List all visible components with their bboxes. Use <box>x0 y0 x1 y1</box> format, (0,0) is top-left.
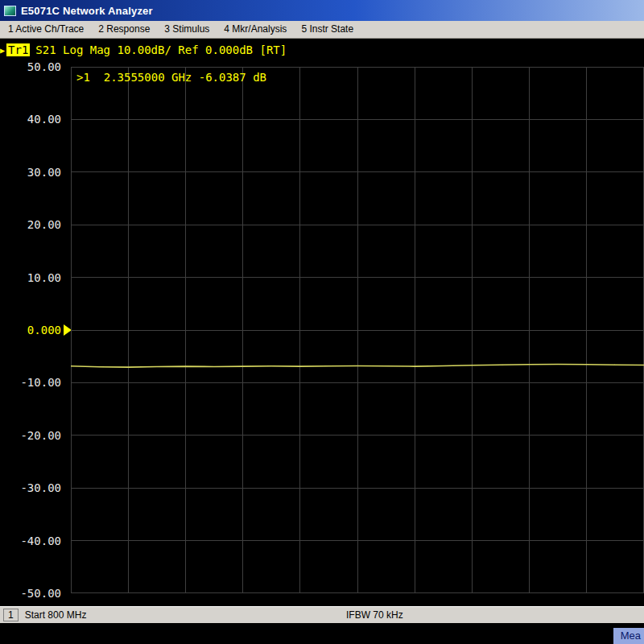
trace-layer <box>71 67 644 593</box>
title-bar[interactable]: E5071C Network Analyzer <box>0 0 644 21</box>
window-title: E5071C Network Analyzer <box>21 5 153 17</box>
trace1-badge[interactable]: Tr1 <box>6 43 30 56</box>
y-axis-label: -40.00 <box>20 535 61 547</box>
trace-status-line: ▶ Tr1 S21 Log Mag 10.00dB/ Ref 0.000dB [… <box>0 43 287 57</box>
softkey-menu-tab[interactable]: Mea <box>613 628 644 644</box>
y-axis-labels: 50.00 40.00 30.00 20.00 10.00 0.000 -10.… <box>0 67 66 593</box>
menu-item-instr-state[interactable]: 5 Instr State <box>295 21 361 38</box>
trace1-settings-text: S21 Log Mag 10.00dB/ Ref 0.000dB [RT] <box>35 43 287 56</box>
active-trace-arrow-icon: ▶ <box>0 46 5 55</box>
y-axis-label: -10.00 <box>20 376 61 389</box>
y-axis-label: 10.00 <box>27 271 61 284</box>
y-axis-label: -50.00 <box>20 587 61 600</box>
menu-item-mkr-analysis[interactable]: 4 Mkr/Analysis <box>217 21 295 38</box>
menu-item-response[interactable]: 2 Response <box>92 21 158 38</box>
menu-item-active-ch-trace[interactable]: 1 Active Ch/Trace <box>2 21 92 38</box>
marker1-readout: >1 2.3555000 GHz -6.0387 dB <box>76 71 266 84</box>
channel-indicator: 1 <box>3 609 19 621</box>
plot-area[interactable]: >1 2.3555000 GHz -6.0387 dB <box>71 67 644 593</box>
menu-bar: 1 Active Ch/Trace 2 Response 3 Stimulus … <box>0 21 644 39</box>
y-axis-label: 40.00 <box>27 113 61 126</box>
trace-line <box>71 365 644 368</box>
y-axis-label: -20.00 <box>20 429 61 442</box>
menu-item-stimulus[interactable]: 3 Stimulus <box>158 21 217 38</box>
bottom-strip: Mea <box>0 623 644 644</box>
network-analyzer-screen: E5071C Network Analyzer 1 Active Ch/Trac… <box>0 0 644 644</box>
y-axis-label: 30.00 <box>27 166 61 179</box>
y-axis-label: -30.00 <box>20 481 61 494</box>
status-bar: 1 Start 800 MHz IFBW 70 kHz <box>0 606 644 623</box>
y-axis-label: 50.00 <box>27 60 61 73</box>
start-frequency-label: Start 800 MHz <box>25 609 87 621</box>
ifbw-label: IFBW 70 kHz <box>346 609 403 621</box>
display-area: ▶ Tr1 S21 Log Mag 10.00dB/ Ref 0.000dB [… <box>0 39 644 606</box>
app-icon <box>4 6 16 16</box>
y-axis-label: 20.00 <box>27 218 61 231</box>
y-axis-label-reference: 0.000 <box>27 324 61 336</box>
